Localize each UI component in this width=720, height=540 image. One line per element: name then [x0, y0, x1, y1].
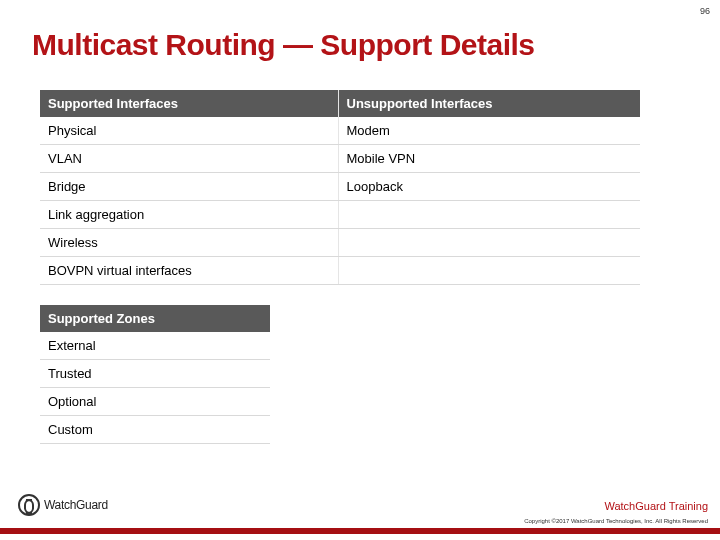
content-area: Supported Interfaces Unsupported Interfa… [40, 90, 680, 444]
cell: Physical [40, 117, 338, 145]
table-header-row: Supported Interfaces Unsupported Interfa… [40, 90, 640, 117]
page-number: 96 [700, 6, 710, 16]
copyright-text: Copyright ©2017 WatchGuard Technologies,… [524, 518, 708, 524]
cell [338, 257, 640, 285]
table-row: Physical Modem [40, 117, 640, 145]
cell: Modem [338, 117, 640, 145]
col-header-zones: Supported Zones [40, 305, 270, 332]
zones-table: Supported Zones External Trusted Optiona… [40, 305, 270, 444]
table-row: External [40, 332, 270, 360]
footer-accent-bar [0, 528, 720, 534]
table-row: Bridge Loopback [40, 173, 640, 201]
cell: BOVPN virtual interfaces [40, 257, 338, 285]
table-row: Optional [40, 388, 270, 416]
table-row: Link aggregation [40, 201, 640, 229]
table-row: BOVPN virtual interfaces [40, 257, 640, 285]
table-row: Wireless [40, 229, 640, 257]
logo: WatchGuard [18, 494, 108, 516]
cell: Optional [40, 388, 270, 416]
cell: Custom [40, 416, 270, 444]
cell: Mobile VPN [338, 145, 640, 173]
logo-text: WatchGuard [44, 498, 108, 512]
interfaces-table: Supported Interfaces Unsupported Interfa… [40, 90, 640, 285]
col-header-unsupported: Unsupported Interfaces [338, 90, 640, 117]
cell [338, 229, 640, 257]
cell [338, 201, 640, 229]
cell: External [40, 332, 270, 360]
table-row: Trusted [40, 360, 270, 388]
cell: Loopback [338, 173, 640, 201]
cell: Wireless [40, 229, 338, 257]
cell: Trusted [40, 360, 270, 388]
training-label: WatchGuard Training [604, 500, 708, 512]
cell: Link aggregation [40, 201, 338, 229]
cell: VLAN [40, 145, 338, 173]
watchguard-logo-icon [18, 494, 40, 516]
col-header-supported: Supported Interfaces [40, 90, 338, 117]
page-title: Multicast Routing — Support Details [32, 28, 535, 62]
table-header-row: Supported Zones [40, 305, 270, 332]
table-row: VLAN Mobile VPN [40, 145, 640, 173]
cell: Bridge [40, 173, 338, 201]
table-row: Custom [40, 416, 270, 444]
